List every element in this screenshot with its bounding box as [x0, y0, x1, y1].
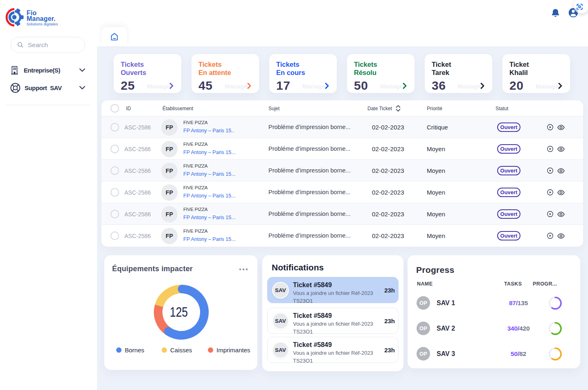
svg-text:125: 125	[170, 304, 188, 320]
svg-text:Solutions digitales: Solutions digitales	[27, 22, 58, 26]
svg-text:Manager.: Manager.	[27, 15, 56, 22]
